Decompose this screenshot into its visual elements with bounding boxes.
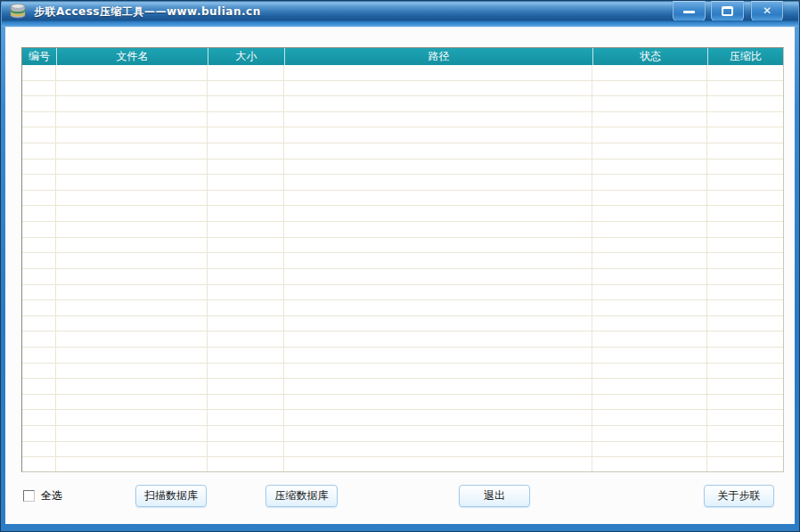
table-cell <box>592 457 707 472</box>
table-row[interactable] <box>22 379 783 395</box>
table-cell <box>56 457 208 472</box>
table-cell <box>56 112 208 127</box>
select-all[interactable]: 全选 <box>23 488 62 503</box>
table-cell <box>22 81 56 96</box>
close-button[interactable]: ✕ <box>751 1 783 21</box>
table-cell <box>208 426 284 441</box>
table-cell <box>592 112 707 127</box>
table-cell <box>707 426 783 441</box>
table-cell <box>707 285 783 300</box>
table-row[interactable] <box>22 143 783 160</box>
table-cell <box>592 331 707 347</box>
table-cell <box>284 143 592 159</box>
table-cell <box>22 300 56 315</box>
table-row[interactable] <box>22 96 783 112</box>
content-area: 编号 文件名 大小 路径 状态 压缩比 全选 扫描数据库 压缩数据库 退出 关于… <box>5 27 795 524</box>
table-cell <box>707 395 783 410</box>
table-cell <box>707 175 783 190</box>
table-row[interactable] <box>22 160 783 176</box>
table-cell <box>284 364 592 379</box>
column-header-ratio[interactable]: 压缩比 <box>707 48 783 65</box>
table-row[interactable] <box>22 285 783 301</box>
table-cell <box>592 364 707 379</box>
table-row[interactable] <box>22 300 783 316</box>
table-row[interactable] <box>22 222 783 238</box>
table-row[interactable] <box>22 457 783 472</box>
column-header-size[interactable]: 大小 <box>208 48 284 65</box>
table-cell <box>707 457 783 472</box>
table-row[interactable] <box>22 65 783 81</box>
titlebar-strip <box>2 20 798 27</box>
table-row[interactable] <box>22 395 783 411</box>
column-header-filename[interactable]: 文件名 <box>56 48 208 65</box>
table-body[interactable] <box>22 65 783 472</box>
table-cell <box>284 127 592 143</box>
table-cell <box>208 175 284 190</box>
select-all-checkbox[interactable] <box>23 490 35 502</box>
table-row[interactable] <box>22 426 783 442</box>
table-cell <box>208 395 284 410</box>
table-cell <box>707 364 783 379</box>
exit-button[interactable]: 退出 <box>459 485 530 507</box>
table-cell <box>22 285 56 300</box>
table-cell <box>208 442 284 457</box>
table-row[interactable] <box>22 331 783 348</box>
app-window: 步联Access压缩工具——www.bulian.cn ✕ 编号 文件名 大小 … <box>0 0 800 532</box>
table-cell <box>592 206 707 221</box>
table-row[interactable] <box>22 410 783 426</box>
table-row[interactable] <box>22 127 783 143</box>
table-cell <box>208 112 284 127</box>
table-row[interactable] <box>22 81 783 97</box>
table-cell <box>208 160 284 175</box>
table-cell <box>56 143 208 159</box>
table-cell <box>707 300 783 315</box>
table-cell <box>22 160 56 175</box>
table-cell <box>284 316 592 331</box>
table-cell <box>592 269 707 284</box>
table-cell <box>22 316 56 331</box>
table-cell <box>284 269 592 284</box>
table-row[interactable] <box>22 348 783 364</box>
table-cell <box>22 395 56 410</box>
table-cell <box>592 96 707 111</box>
select-all-label: 全选 <box>41 488 62 503</box>
table-cell <box>208 206 284 221</box>
column-header-number[interactable]: 编号 <box>22 48 56 65</box>
table-cell <box>707 253 783 268</box>
table-row[interactable] <box>22 269 783 285</box>
table-row[interactable] <box>22 175 783 191</box>
maximize-button[interactable] <box>711 1 744 21</box>
table-row[interactable] <box>22 442 783 458</box>
table-cell <box>22 253 56 268</box>
table-cell <box>284 191 592 206</box>
table-row[interactable] <box>22 253 783 269</box>
table-row[interactable] <box>22 191 783 207</box>
table-cell <box>208 364 284 379</box>
table-cell <box>284 160 592 175</box>
table-cell <box>22 65 56 80</box>
compress-database-button[interactable]: 压缩数据库 <box>265 485 338 507</box>
about-button[interactable]: 关于步联 <box>704 485 774 507</box>
table-cell <box>22 442 56 457</box>
table-cell <box>592 160 707 175</box>
minimize-button[interactable] <box>673 1 706 21</box>
table-row[interactable] <box>22 238 783 254</box>
table-row[interactable] <box>22 364 783 380</box>
table-cell <box>208 348 284 363</box>
column-header-path[interactable]: 路径 <box>284 48 592 65</box>
table-cell <box>56 364 208 379</box>
table-cell <box>707 65 783 80</box>
table-cell <box>56 160 208 175</box>
table-row[interactable] <box>22 206 783 222</box>
table-cell <box>284 222 592 237</box>
table-cell <box>592 238 707 253</box>
table-cell <box>56 127 208 143</box>
table-row[interactable] <box>22 316 783 332</box>
scan-database-button[interactable]: 扫描数据库 <box>135 485 207 507</box>
table-cell <box>22 331 56 347</box>
column-header-status[interactable]: 状态 <box>592 48 707 65</box>
table-cell <box>592 81 707 96</box>
table-cell <box>284 442 592 457</box>
table-row[interactable] <box>22 112 783 128</box>
table-cell <box>592 379 707 394</box>
